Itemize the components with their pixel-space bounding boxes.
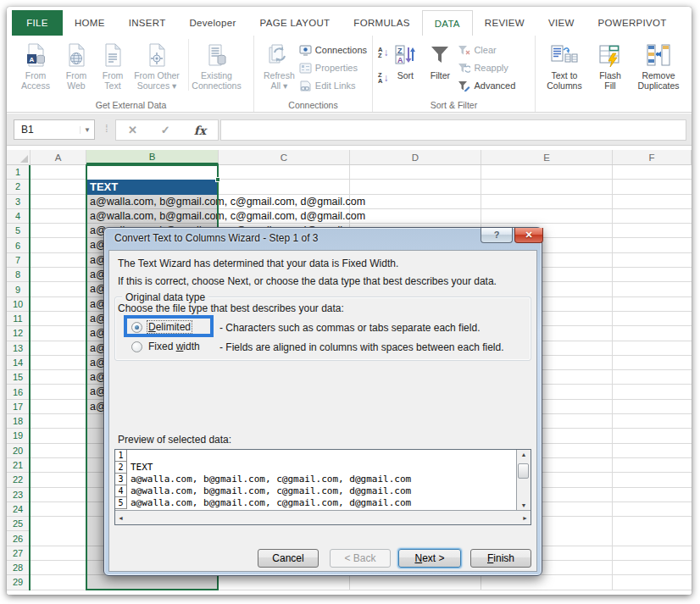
cancel-entry-icon[interactable]: ✕ [128,124,137,136]
row-header[interactable]: 4 [7,209,29,224]
row-header[interactable]: 28 [7,561,29,575]
row-header[interactable]: 25 [7,517,29,531]
scroll-right-icon[interactable]: ► [522,515,528,521]
row-header[interactable]: 19 [7,429,29,443]
active-cell-b1[interactable] [86,165,219,180]
name-box-dropdown-icon[interactable]: ▼ [80,126,94,134]
remove-duplicates-button[interactable]: RemoveDuplicates [632,39,685,91]
row-header[interactable]: 10 [7,297,29,312]
dialog-help-button[interactable]: ? [481,228,513,243]
row-header[interactable]: 18 [7,414,29,429]
name-box[interactable]: B1 ▼ [14,119,95,140]
refresh-all-button[interactable]: RefreshAll ▾ [259,39,299,91]
group-title: Original data type [122,291,208,303]
scroll-up-icon[interactable]: ▲ [521,452,527,457]
cancel-button[interactable]: Cancel [258,549,319,568]
confirm-entry-icon[interactable]: ✓ [161,124,170,136]
column-header-b[interactable]: B [86,150,219,164]
tab-home[interactable]: HOME [63,10,117,36]
tab-developer[interactable]: Developer [177,10,247,36]
email-cell-text[interactable]: a@walla.com, b@gmail.com, c@gmail.com, d… [90,209,598,224]
preview-vertical-scrollbar[interactable]: ▲ ▼ [516,450,531,510]
row-header[interactable]: 1 [7,165,29,180]
sort-descending-button[interactable]: ZA ↓ [378,69,388,87]
tab-file[interactable]: FILE [12,10,63,36]
row-headers: 1234567891011121314151617181920212223242… [7,165,31,590]
finish-button[interactable]: Finish [470,549,531,568]
column-header-d[interactable]: D [350,150,481,164]
from-text-button[interactable]: FromText [95,39,131,91]
select-all-corner[interactable] [7,150,31,164]
formula-bar-splitter[interactable]: ⁞ [105,122,108,135]
formula-input[interactable] [220,119,686,141]
row-header[interactable]: 12 [7,326,29,341]
tab-data[interactable]: DATA [422,10,473,36]
row-header[interactable]: 26 [7,531,29,546]
reapply-filter-button[interactable]: Reapply [458,61,515,75]
row-header[interactable]: 3 [7,195,29,209]
sort-ascending-button[interactable]: AZ ↓ [378,43,388,62]
row-header[interactable]: 14 [7,356,29,370]
fill-handle[interactable] [215,177,220,182]
existing-connections-button[interactable]: ExistingConnections [188,39,244,91]
email-cell-text[interactable]: a@walla.com, b@gmail.com, c@gmail.com, d… [90,195,598,209]
clear-filter-button[interactable]: Clear [458,43,515,57]
row-header[interactable]: 27 [7,546,29,561]
row-header[interactable]: 22 [7,473,29,487]
edit-links-button[interactable]: Edit Links [299,79,367,92]
choose-file-type-label: Choose the file type that best describes… [118,302,344,314]
tab-formulas[interactable]: FORMULAS [342,10,421,36]
scroll-down-icon[interactable]: ▼ [521,502,527,508]
column-header-a[interactable]: A [31,150,86,164]
row-header[interactable]: 7 [7,253,29,268]
text-to-columns-button[interactable]: Text toColumns [541,39,588,91]
tab-powerpivot[interactable]: POWERPIVOT [586,10,679,36]
tab-page-layout[interactable]: PAGE LAYOUT [248,10,342,36]
back-button[interactable]: < Back [330,549,391,568]
filter-button[interactable]: Filter [422,39,458,80]
column-header-f[interactable]: F [613,150,692,164]
scroll-left-icon[interactable]: ◄ [118,515,124,521]
flash-fill-button[interactable]: FlashFill [592,39,629,91]
from-web-button[interactable]: FromWeb [58,39,95,91]
row-header[interactable]: 13 [7,341,29,356]
vertical-scroll-thumb[interactable] [518,463,529,479]
from-other-sources-button[interactable]: From OtherSources ▾ [131,39,183,91]
next-button[interactable]: Next > [398,549,461,568]
row-header[interactable]: 8 [7,268,29,282]
cell-b2[interactable]: TEXT [86,180,219,194]
row-header[interactable]: 11 [7,312,29,326]
connections-button[interactable]: Connections [299,43,367,57]
preview-line-text [127,450,131,462]
row-header[interactable]: 23 [7,488,29,502]
tab-insert[interactable]: INSERT [117,10,178,36]
row-header[interactable]: 17 [7,400,29,414]
column-header-e[interactable]: E [481,150,613,164]
advanced-filter-button[interactable]: Advanced [458,79,515,92]
row-header[interactable]: 9 [7,282,29,296]
from-access-button[interactable]: A FromAccess [14,39,58,91]
fixed-width-radio-icon[interactable] [131,341,142,352]
dialog-close-button[interactable]: ✕ [514,228,543,243]
fixed-width-radio[interactable]: Fixed width [131,341,201,352]
text-to-columns-icon [551,42,578,69]
tab-review[interactable]: REVIEW [473,10,536,36]
column-header-c[interactable]: C [219,150,350,164]
row-header[interactable]: 16 [7,385,29,399]
row-header[interactable]: 21 [7,458,29,473]
preview-label: Preview of selected data: [118,434,231,446]
row-header[interactable]: 2 [7,180,29,194]
row-header[interactable]: 15 [7,370,29,385]
properties-button[interactable]: Properties [299,61,367,75]
row-header[interactable]: 6 [7,238,29,252]
preview-horizontal-scrollbar[interactable]: ◄ ► [115,510,531,524]
tab-view[interactable]: VIEW [536,10,586,36]
excel-window: FILE HOME INSERT Developer PAGE LAYOUT F… [7,7,692,595]
row-header[interactable]: 29 [7,575,29,590]
insert-function-icon[interactable]: fx [194,124,206,137]
row-header[interactable]: 5 [7,224,29,238]
sort-button[interactable]: ZA Sort [388,39,422,80]
row-header[interactable]: 24 [7,502,29,517]
preview-line-text: a@walla.com, b@gmail.com, c@gmail.com, d… [127,497,411,509]
row-header[interactable]: 20 [7,444,29,458]
